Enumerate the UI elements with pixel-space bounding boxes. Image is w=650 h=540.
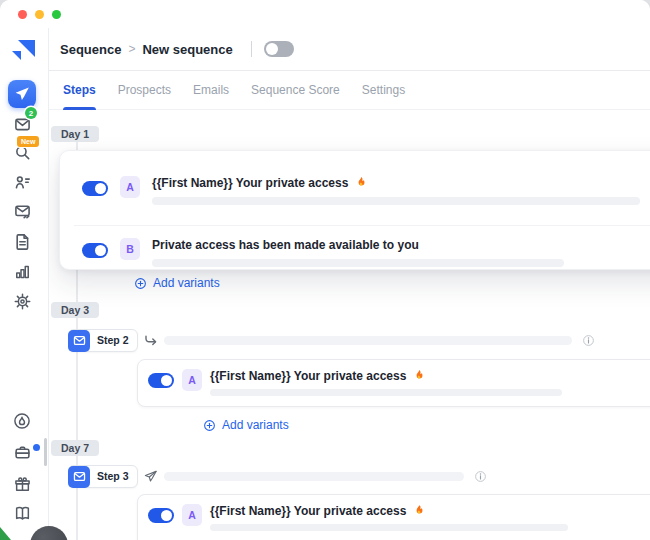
step-preview-bar bbox=[164, 472, 464, 481]
contacts-icon bbox=[14, 174, 31, 191]
step-label: Step 3 bbox=[89, 466, 137, 487]
step-preview-bar bbox=[164, 336, 572, 345]
body-preview-bar bbox=[210, 524, 568, 531]
bar-chart-icon bbox=[14, 263, 31, 280]
book-icon bbox=[14, 505, 31, 522]
add-variants-label: Add variants bbox=[153, 276, 220, 290]
tab-sequence-score[interactable]: Sequence Score bbox=[251, 83, 340, 97]
plus-circle-icon bbox=[134, 277, 147, 290]
variant-badge: A bbox=[120, 176, 140, 198]
sidebar-item-reports[interactable] bbox=[8, 257, 36, 285]
variant-row[interactable]: A {{First Name}} Your private access bbox=[148, 504, 650, 531]
sidebar-item-mail[interactable] bbox=[8, 197, 36, 225]
tab-prospects[interactable]: Prospects bbox=[118, 83, 171, 97]
sidebar-item-rewards[interactable] bbox=[8, 470, 36, 498]
variant-subject: Private access has been made available t… bbox=[152, 238, 564, 253]
add-variants-label: Add variants bbox=[222, 418, 289, 432]
breadcrumb-current[interactable]: New sequence bbox=[142, 42, 232, 57]
step3-variants-card[interactable]: A {{First Name}} Your private access bbox=[137, 494, 650, 540]
step3-pill[interactable]: Step 3 bbox=[68, 465, 138, 488]
new-feature-badge: New bbox=[17, 136, 39, 147]
day-pill: Day 7 bbox=[51, 440, 99, 456]
app-window: 2 New bbox=[0, 0, 650, 540]
variant-badge: A bbox=[182, 369, 202, 391]
app-logo-icon bbox=[10, 38, 36, 64]
sidebar-item-templates[interactable] bbox=[8, 227, 36, 255]
tab-emails[interactable]: Emails bbox=[193, 83, 229, 97]
step2-variants-card[interactable]: A {{First Name}} Your private access bbox=[137, 359, 650, 407]
step3-row: Step 3 bbox=[68, 465, 487, 488]
variant-subject: {{First Name}} Your private access bbox=[152, 176, 640, 191]
steps-canvas: Day 1 A {{First Name}} Your private acce… bbox=[49, 110, 650, 540]
mail-send-icon bbox=[14, 203, 31, 220]
inbox-count-badge: 2 bbox=[25, 107, 37, 119]
tab-settings[interactable]: Settings bbox=[362, 83, 405, 97]
flame-circle-icon bbox=[13, 412, 31, 430]
variant-toggle[interactable] bbox=[148, 373, 174, 388]
day-pill: Day 1 bbox=[51, 126, 99, 142]
add-variants-button[interactable]: Add variants bbox=[134, 276, 220, 290]
body-preview-bar bbox=[210, 389, 562, 396]
sidebar-item-campaigns[interactable] bbox=[8, 80, 36, 108]
breadcrumb-separator-icon: > bbox=[128, 42, 135, 56]
plus-circle-icon bbox=[203, 419, 216, 432]
toggle-knob bbox=[161, 510, 172, 521]
gear-icon bbox=[14, 293, 31, 310]
day-pill: Day 3 bbox=[51, 302, 99, 318]
minimize-button[interactable] bbox=[35, 10, 44, 19]
sidebar-item-settings[interactable] bbox=[8, 287, 36, 315]
screen: 2 New bbox=[0, 0, 650, 540]
followup-arrow-icon bbox=[144, 335, 158, 347]
sidebar-item-warmup[interactable] bbox=[8, 407, 36, 435]
variant-row[interactable]: B Private access has been made available… bbox=[60, 226, 650, 274]
sidebar: 2 New bbox=[0, 28, 49, 540]
body-preview-bar bbox=[152, 197, 640, 205]
fire-emoji-icon bbox=[413, 504, 425, 516]
document-icon bbox=[14, 233, 31, 250]
toggle-knob bbox=[266, 43, 278, 55]
step2-pill[interactable]: Step 2 bbox=[68, 329, 138, 352]
body-preview-bar bbox=[152, 259, 564, 267]
sidebar-item-library[interactable] bbox=[8, 499, 36, 527]
add-variants-button[interactable]: Add variants bbox=[203, 418, 289, 432]
toggle-knob bbox=[95, 245, 106, 256]
variant-badge: A bbox=[182, 504, 202, 526]
step1-variants-card: A {{First Name}} Your private access B bbox=[59, 150, 650, 270]
fire-emoji-icon bbox=[413, 369, 425, 381]
zoom-button[interactable] bbox=[52, 10, 61, 19]
workspace-notification-dot bbox=[33, 444, 40, 451]
sidebar-item-contacts[interactable] bbox=[8, 168, 36, 196]
titlebar bbox=[0, 0, 650, 28]
info-icon[interactable] bbox=[474, 470, 487, 483]
variant-subject: {{First Name}} Your private access bbox=[210, 504, 568, 519]
sidebar-scrollbar-thumb[interactable] bbox=[44, 438, 47, 466]
header-divider bbox=[251, 41, 252, 57]
variant-toggle[interactable] bbox=[82, 181, 108, 196]
main-panel: Sequence > New sequence Steps Prospects … bbox=[49, 28, 650, 540]
variant-badge: B bbox=[120, 238, 140, 260]
info-icon[interactable] bbox=[582, 334, 595, 347]
variant-subject: {{First Name}} Your private access bbox=[210, 369, 562, 384]
paper-plane-icon bbox=[14, 86, 30, 102]
sidebar-item-workspace[interactable] bbox=[8, 438, 36, 466]
briefcase-icon bbox=[14, 444, 31, 461]
email-step-icon bbox=[68, 330, 90, 352]
send-plane-icon bbox=[144, 470, 158, 484]
variant-row[interactable]: A {{First Name}} Your private access bbox=[60, 164, 650, 212]
toggle-knob bbox=[161, 375, 172, 386]
toggle-knob bbox=[95, 183, 106, 194]
email-step-icon bbox=[68, 466, 90, 488]
fire-emoji-icon bbox=[355, 176, 367, 188]
tab-bar: Steps Prospects Emails Sequence Score Se… bbox=[49, 71, 650, 110]
variant-toggle[interactable] bbox=[148, 508, 174, 523]
step-label: Step 2 bbox=[89, 330, 137, 351]
tab-steps[interactable]: Steps bbox=[63, 83, 96, 97]
gift-icon bbox=[14, 476, 31, 493]
variant-row[interactable]: A {{First Name}} Your private access bbox=[148, 369, 650, 396]
step2-row: Step 2 bbox=[68, 329, 595, 352]
variant-toggle[interactable] bbox=[82, 243, 108, 258]
corner-decoration bbox=[0, 527, 11, 540]
breadcrumb-root[interactable]: Sequence bbox=[60, 42, 121, 57]
close-button[interactable] bbox=[18, 10, 27, 19]
sequence-activate-toggle[interactable] bbox=[264, 41, 294, 57]
